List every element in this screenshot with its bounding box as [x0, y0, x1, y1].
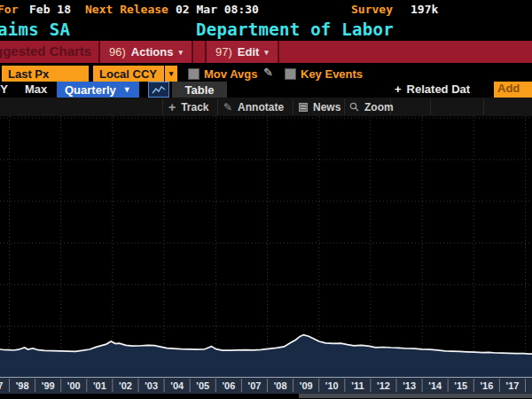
- x-axis-label: '02: [119, 380, 132, 391]
- annotate-tool[interactable]: ✎Annotate: [223, 98, 284, 116]
- x-axis-label: '97: [0, 380, 3, 391]
- crosshair-icon: +: [168, 100, 176, 114]
- actions-shortcut: 96): [109, 45, 126, 59]
- survey-value: 197k: [411, 3, 438, 16]
- x-axis-label: '01: [93, 380, 106, 391]
- range-button-max[interactable]: Max: [25, 82, 47, 96]
- for-label: For: [0, 3, 18, 16]
- toolbar-separator: [162, 99, 163, 114]
- annotate-tool-label: Annotate: [238, 101, 284, 113]
- chart-menubar: ggested Charts 96) Actions ▾ 97) Edit ▾: [0, 41, 532, 63]
- security-name: aims SA: [0, 20, 70, 39]
- x-axis-label: '16: [480, 380, 493, 391]
- key-events-checkbox[interactable]: [285, 68, 296, 80]
- x-axis-label: '10: [325, 380, 339, 391]
- x-axis-label: '11: [351, 380, 364, 391]
- price-chart[interactable]: '97'98'99'00'01'02'03'04'05'06'07'08'09'…: [0, 116, 532, 399]
- edit-button[interactable]: 97) Edit ▾: [205, 41, 279, 63]
- period-dropdown[interactable]: Quarterly ▼: [57, 82, 139, 98]
- edit-label: Edit: [238, 45, 260, 59]
- period-label: Quarterly: [65, 83, 116, 97]
- toolbar-separator: [430, 99, 431, 114]
- x-axis-label: '14: [428, 380, 442, 391]
- x-axis-label: '08: [274, 380, 287, 391]
- x-axis-label: '03: [145, 380, 158, 391]
- survey-label: Survey: [351, 3, 393, 16]
- news-icon: [299, 103, 308, 112]
- pencil-icon: ✎: [223, 101, 232, 113]
- x-axis-label: '07: [248, 380, 262, 391]
- line-chart-icon: [152, 85, 166, 95]
- bloomberg-terminal-window: For Feb 18 Next Release 02 Mar 08:30 Sur…: [0, 0, 532, 399]
- key-events-label[interactable]: Key Events: [301, 67, 363, 81]
- x-axis-label: '13: [403, 380, 416, 391]
- mov-avgs-label[interactable]: Mov Avgs: [204, 67, 257, 81]
- related-data-label: Related Dat: [407, 82, 471, 96]
- toolbar-separator: [483, 99, 484, 114]
- horizontal-scrollbar[interactable]: [299, 394, 532, 398]
- chart-grid: [0, 116, 532, 377]
- actions-button[interactable]: 96) Actions ▾: [98, 41, 193, 63]
- range-button-5y[interactable]: 5Y: [0, 82, 8, 96]
- chart-toolbar: +Track✎AnnotateNewsZoom: [0, 98, 532, 116]
- chevron-down-icon: ▾: [178, 48, 183, 57]
- currency-button[interactable]: Local CCY: [93, 66, 164, 82]
- chevron-down-icon: ▼: [123, 85, 131, 94]
- x-axis-label: '05: [196, 380, 209, 391]
- x-axis-label: '00: [67, 380, 81, 391]
- track-tool-label: Track: [181, 101, 208, 113]
- news-tool-label: News: [313, 101, 340, 113]
- next-release-value: 02 Mar 08:30: [176, 3, 259, 16]
- x-axis-label: '98: [16, 380, 29, 391]
- mov-avgs-checkbox[interactable]: [188, 68, 200, 80]
- chart-type-button[interactable]: [148, 82, 169, 98]
- actions-label: Actions: [131, 45, 174, 59]
- x-axis: '97'98'99'00'01'02'03'04'05'06'07'08'09'…: [0, 377, 532, 394]
- related-data-button[interactable]: + Related Dat: [395, 82, 470, 96]
- x-axis-label: '12: [377, 380, 390, 391]
- zoom-tool-label: Zoom: [364, 101, 394, 113]
- chevron-down-icon: ▾: [264, 48, 269, 57]
- table-button[interactable]: Table: [172, 82, 227, 98]
- for-value: Feb 18: [29, 3, 71, 16]
- edit-shortcut: 97): [215, 45, 232, 59]
- magnifier-icon: [349, 102, 359, 112]
- pencil-icon[interactable]: ✎: [263, 66, 273, 79]
- x-axis-label: '17: [506, 380, 520, 391]
- last-px-button[interactable]: Last Px: [2, 66, 89, 82]
- x-axis-label: '15: [454, 380, 467, 391]
- toolbar-separator: [293, 99, 293, 114]
- news-tool[interactable]: News: [299, 98, 340, 116]
- add-data-button[interactable]: Add Data: [494, 82, 532, 98]
- plus-icon: +: [395, 82, 402, 96]
- next-release-label: Next Release: [85, 3, 168, 16]
- suggested-charts-label: ggested Charts: [0, 43, 91, 59]
- track-tool[interactable]: +Track: [168, 98, 209, 116]
- toolbar-separator: [217, 99, 218, 114]
- currency-dropdown-button[interactable]: ▾: [165, 66, 177, 82]
- x-axis-label: '99: [42, 380, 55, 391]
- source-name: Department of Labor: [196, 20, 394, 39]
- toolbar-separator: [344, 99, 345, 114]
- x-axis-label: '09: [300, 380, 313, 391]
- zoom-tool[interactable]: Zoom: [349, 98, 394, 116]
- x-axis-label: '06: [222, 380, 235, 391]
- series-area: [0, 335, 532, 377]
- x-axis-label: '04: [170, 380, 184, 391]
